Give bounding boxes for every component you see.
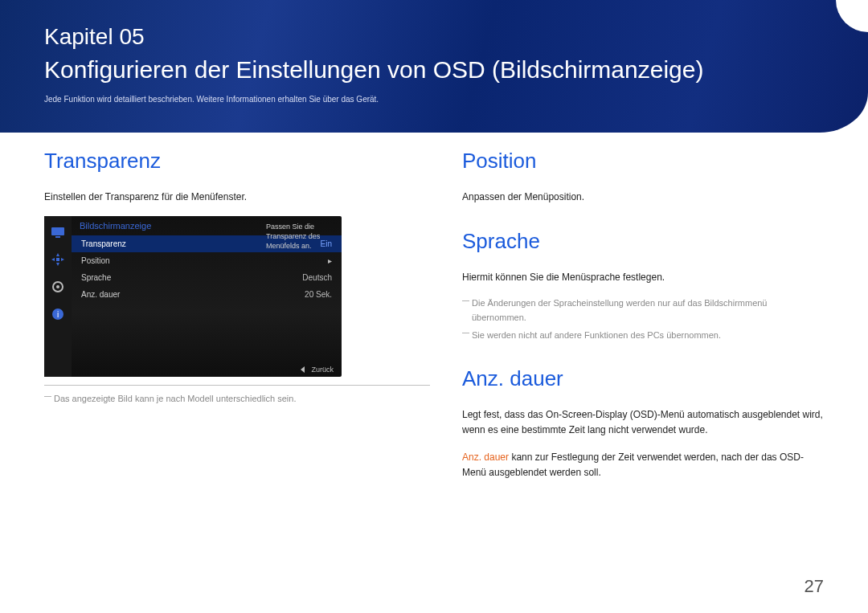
svg-point-8 xyxy=(56,285,59,288)
heading-position: Position xyxy=(462,149,824,174)
arrows-icon xyxy=(50,251,66,268)
osd-row-value: Deutsch xyxy=(302,273,332,282)
note-sprache-2: Sie werden nicht auf andere Funktionen d… xyxy=(462,329,824,343)
osd-row-label: Sprache xyxy=(81,273,111,282)
svg-rect-6 xyxy=(56,258,59,261)
osd-row-value: 20 Sek. xyxy=(305,290,332,299)
page-number: 27 xyxy=(805,576,824,597)
osd-footer: Zurück xyxy=(301,366,334,374)
osd-row-label: Anz. dauer xyxy=(81,290,120,299)
section-anzdauer: Anz. dauer Legt fest, dass das On-Screen… xyxy=(462,366,824,480)
desc-sprache: Hiermit können Sie die Menüsprache festl… xyxy=(462,270,824,285)
section-sprache: Sprache Hiermit können Sie die Menüsprac… xyxy=(462,229,824,342)
desc-transparenz: Einstellen der Transparenz für die Menüf… xyxy=(44,190,430,205)
footnote-transparenz: Das angezeigte Bild kann je nach Modell … xyxy=(44,392,430,407)
osd-row-label: Transparenz xyxy=(81,239,126,248)
left-column: Transparenz Einstellen der Transparenz f… xyxy=(44,149,430,505)
osd-row-label: Position xyxy=(81,256,110,265)
osd-row-position[interactable]: Position ▸ xyxy=(72,252,342,269)
osd-preview: i Bildschirmanzeige Transparenz Ein Posi… xyxy=(44,216,342,377)
desc-position: Anpassen der Menüposition. xyxy=(462,190,824,205)
svg-marker-3 xyxy=(56,263,59,266)
heading-transparenz: Transparenz xyxy=(44,149,430,174)
desc-anzdauer-2-rest: kann zur Festlegung der Zeit verwendet w… xyxy=(462,452,804,478)
svg-rect-0 xyxy=(51,227,64,235)
section-transparenz: Transparenz Einstellen der Transparenz f… xyxy=(44,149,430,407)
desc-anzdauer-2: Anz. dauer kann zur Festlegung der Zeit … xyxy=(462,450,824,480)
osd-help-text: Passen Sie die Transparenz des Menüfelds… xyxy=(263,221,337,252)
osd-row-value: ▸ xyxy=(328,256,332,265)
svg-rect-1 xyxy=(55,236,60,238)
heading-anzdauer: Anz. dauer xyxy=(462,366,824,391)
content-area: Transparenz Einstellen der Transparenz f… xyxy=(44,149,824,505)
chapter-label: Kapitel 05 xyxy=(44,24,868,50)
heading-sprache: Sprache xyxy=(462,229,824,254)
back-arrow-icon xyxy=(301,366,305,373)
osd-sidebar: i xyxy=(44,216,72,377)
svg-text:i: i xyxy=(57,310,59,319)
divider xyxy=(44,385,430,386)
chapter-title: Konfigurieren der Einstellungen von OSD … xyxy=(44,56,868,84)
info-icon: i xyxy=(50,306,66,322)
desc-anzdauer-1: Legt fest, dass das On-Screen-Display (O… xyxy=(462,407,824,438)
svg-marker-4 xyxy=(51,258,55,261)
osd-row-anzdauer[interactable]: Anz. dauer 20 Sek. xyxy=(72,286,342,303)
section-position: Position Anpassen der Menüposition. xyxy=(462,149,824,205)
right-column: Position Anpassen der Menüposition. Spra… xyxy=(462,149,824,505)
monitor-icon xyxy=(50,224,66,240)
chapter-subtitle: Jede Funktion wird detailliert beschrieb… xyxy=(44,95,868,104)
svg-marker-5 xyxy=(61,258,64,261)
osd-row-sprache[interactable]: Sprache Deutsch xyxy=(72,269,342,286)
osd-footer-label: Zurück xyxy=(311,366,334,374)
svg-marker-2 xyxy=(56,253,59,256)
emphasis-anzdauer: Anz. dauer xyxy=(462,452,509,463)
gear-icon xyxy=(50,279,66,295)
note-sprache-1: Die Änderungen der Spracheinstellung wer… xyxy=(462,296,824,325)
page-header: Kapitel 05 Konfigurieren der Einstellung… xyxy=(0,0,868,104)
